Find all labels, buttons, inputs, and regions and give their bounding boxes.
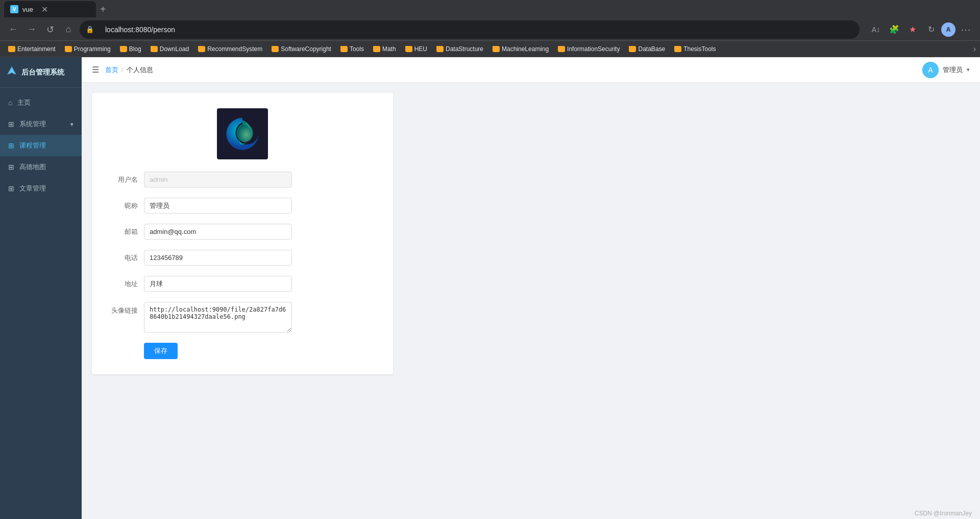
breadcrumb-home[interactable]: 首页 — [105, 65, 118, 75]
folder-icon — [405, 46, 412, 52]
nickname-input[interactable] — [144, 198, 292, 214]
sidebar-item-map[interactable]: ⊞ 高德地图 — [0, 156, 82, 178]
username-input[interactable] — [144, 172, 292, 187]
bookmark-softwarecopyright[interactable]: SoftwareCopyright — [267, 44, 335, 54]
logo-icon — [6, 65, 17, 79]
avatar-url-textarea[interactable] — [144, 302, 292, 333]
menu-button[interactable]: ⋯ — [958, 21, 974, 38]
bookmark-programming[interactable]: Programming — [61, 44, 115, 54]
sidebar-item-system[interactable]: ⊞ 系统管理 ▾ — [0, 113, 82, 135]
bookmark-machinelearning[interactable]: MachineLearning — [488, 44, 553, 54]
bookmark-recommendsystem[interactable]: RecommendSystem — [194, 44, 266, 54]
bookmark-entertainment[interactable]: Entertainment — [4, 44, 60, 54]
email-input[interactable] — [144, 224, 292, 240]
folder-icon — [493, 46, 500, 52]
main-header: ☰ 首页 / 个人信息 A 管理员 ▾ — [82, 57, 980, 83]
translate-button[interactable]: A↕ — [868, 21, 884, 38]
person-info-card: 用户名 昵称 邮箱 电话 — [92, 93, 393, 374]
sidebar-item-home[interactable]: ⌂ 主页 — [0, 92, 82, 113]
bookmark-label: RecommendSystem — [207, 45, 262, 53]
bookmark-label: SoftwareCopyright — [281, 45, 331, 53]
bookmark-database[interactable]: DataBase — [625, 44, 669, 54]
breadcrumb: 首页 / 个人信息 — [105, 65, 153, 75]
chevron-down-icon: ▾ — [70, 121, 74, 128]
sidebar-item-article[interactable]: ⊞ 文章管理 — [0, 178, 82, 199]
forward-button[interactable]: → — [24, 22, 39, 37]
tab-close-button[interactable]: ✕ — [41, 5, 48, 14]
svg-text:A: A — [928, 66, 933, 74]
bookmark-heu[interactable]: HEU — [401, 44, 431, 54]
lock-icon: 🔒 — [86, 26, 94, 33]
sync-button[interactable]: ↻ — [923, 21, 939, 38]
bookmark-label: DataStructure — [446, 45, 483, 53]
sidebar-item-label: 主页 — [17, 98, 31, 107]
article-icon: ⊞ — [8, 184, 14, 193]
folder-icon — [436, 46, 444, 52]
bookmark-blog[interactable]: Blog — [116, 44, 145, 54]
address-input[interactable] — [144, 276, 292, 292]
browser-actions: A↕ 🧩 ★ ↻ A ⋯ — [868, 21, 974, 38]
folder-icon — [272, 46, 279, 52]
avatar-url-row: 头像链接 — [107, 302, 378, 333]
breadcrumb-separator: / — [121, 66, 124, 74]
phone-input[interactable] — [144, 250, 292, 266]
app-logo-image — [219, 111, 265, 157]
folder-icon — [340, 46, 348, 52]
folder-icon — [373, 46, 380, 52]
bookmark-thesistools[interactable]: ThesisTools — [670, 44, 720, 54]
profile-button[interactable]: A — [941, 22, 955, 37]
bookmark-math[interactable]: Math — [369, 44, 400, 54]
main-content: 用户名 昵称 邮箱 电话 — [82, 83, 980, 508]
folder-icon — [65, 46, 72, 52]
course-icon: ⊞ — [8, 141, 14, 150]
app-wrapper: 后台管理系统 ⌂ 主页 ⊞ 系统管理 ▾ ⊞ 课程管理 ⊞ 高德地 — [0, 57, 980, 519]
home-button[interactable]: ⌂ — [61, 22, 76, 37]
bookmark-informationsecurity[interactable]: InformationSecurity — [554, 44, 624, 54]
phone-label: 电话 — [107, 253, 138, 263]
refresh-button[interactable]: ↺ — [43, 22, 57, 37]
folder-icon — [151, 46, 158, 52]
folder-icon — [8, 46, 15, 52]
email-row: 邮箱 — [107, 224, 378, 240]
folder-icon — [198, 46, 205, 52]
sidebar-item-label: 系统管理 — [19, 120, 46, 129]
form-actions: 保存 — [107, 343, 378, 359]
favorites-button[interactable]: ★ — [904, 21, 921, 38]
footer-text: CSDN @IronmanJey — [915, 510, 972, 517]
back-button[interactable]: ← — [6, 22, 20, 37]
sidebar: 后台管理系统 ⌂ 主页 ⊞ 系统管理 ▾ ⊞ 课程管理 ⊞ 高德地 — [0, 57, 82, 519]
bookmark-label: MachineLearning — [502, 45, 549, 53]
sidebar-item-label: 高德地图 — [19, 162, 46, 172]
sidebar-item-course[interactable]: ⊞ 课程管理 — [0, 135, 82, 156]
save-button[interactable]: 保存 — [144, 343, 178, 359]
bookmark-label: HEU — [414, 45, 427, 53]
bookmarks-more-button[interactable]: › — [973, 44, 976, 54]
url-input[interactable] — [97, 22, 853, 37]
new-tab-button[interactable]: + — [100, 4, 106, 15]
nickname-label: 昵称 — [107, 201, 138, 210]
bookmark-datastructure[interactable]: DataStructure — [432, 44, 487, 54]
hamburger-icon[interactable]: ☰ — [92, 65, 99, 75]
extensions-button[interactable]: 🧩 — [886, 21, 902, 38]
tab-favicon: V — [10, 5, 18, 13]
username-row: 用户名 — [107, 172, 378, 187]
logo-text: 后台管理系统 — [21, 68, 64, 77]
avatar-section — [107, 108, 378, 159]
folder-icon — [674, 46, 681, 52]
active-tab[interactable]: V vue ✕ — [4, 1, 96, 17]
avatar-image: A — [922, 62, 939, 78]
email-label: 邮箱 — [107, 227, 138, 237]
bookmark-tools[interactable]: Tools — [336, 44, 368, 54]
avatar-container — [217, 108, 268, 159]
chevron-down-icon: ▾ — [967, 66, 970, 73]
bookmarks-bar: Entertainment Programming Blog DownLoad … — [0, 41, 980, 57]
bookmark-download[interactable]: DownLoad — [146, 44, 193, 54]
bookmark-label: DownLoad — [160, 45, 189, 53]
tab-bar: V vue ✕ + — [0, 0, 980, 18]
system-icon: ⊞ — [8, 120, 14, 128]
user-name[interactable]: 管理员 — [943, 65, 963, 75]
vue-logo-icon — [6, 65, 17, 77]
breadcrumb-current: 个人信息 — [127, 65, 153, 75]
sidebar-menu: ⌂ 主页 ⊞ 系统管理 ▾ ⊞ 课程管理 ⊞ 高德地图 ⊞ — [0, 88, 82, 519]
folder-icon — [120, 46, 127, 52]
